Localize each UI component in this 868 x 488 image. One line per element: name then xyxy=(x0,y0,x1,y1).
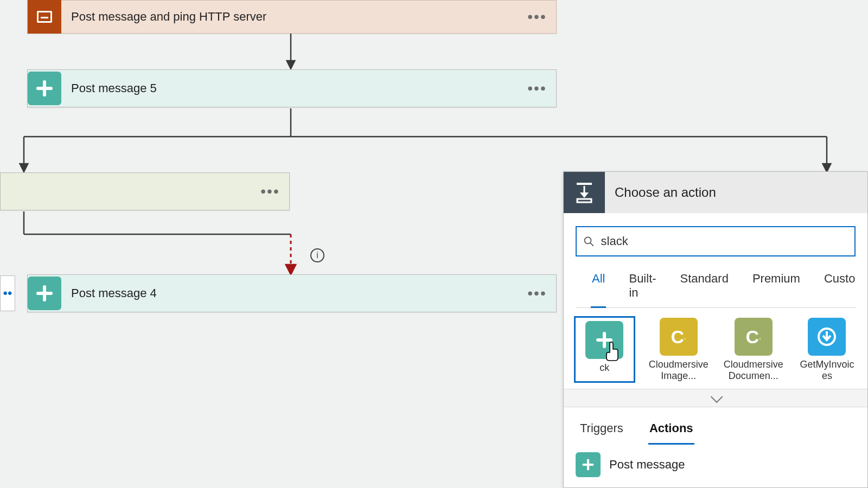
connector-getmyinvoices-label: GetMyInvoic es xyxy=(799,359,856,381)
run-after-info-icon[interactable]: i xyxy=(310,248,324,262)
connector-getmyinvoices[interactable]: GetMyInvoic es xyxy=(799,318,856,381)
connector-slack[interactable]: ck xyxy=(576,318,634,381)
slack-icon xyxy=(576,452,601,477)
action-search-input[interactable] xyxy=(601,234,848,248)
slack-step-4-card[interactable]: Post message 4 ••• xyxy=(27,274,557,312)
tab-all[interactable]: All xyxy=(591,266,606,308)
connector-grid-expand[interactable] xyxy=(564,389,867,407)
svg-line-12 xyxy=(590,243,593,246)
choose-action-panel: Choose an action All Built-in Standard P… xyxy=(563,171,868,488)
tab-premium[interactable]: Premium xyxy=(751,266,801,307)
tab-standard[interactable]: Standard xyxy=(679,266,730,307)
svg-rect-8 xyxy=(577,183,592,185)
chevron-down-icon xyxy=(711,391,723,403)
triggers-actions-tabs: Triggers Actions xyxy=(564,407,867,445)
search-icon xyxy=(583,235,595,247)
tab-built-in[interactable]: Built-in xyxy=(628,266,657,307)
connector-grid: ck C. Cloudmersive Image... C. Cloudmers… xyxy=(564,308,867,386)
slack-step-4-menu[interactable]: ••• xyxy=(518,277,556,310)
slack-step-4-title: Post message 4 xyxy=(61,286,518,300)
scope-icon xyxy=(28,0,61,34)
connector-slack-label: ck xyxy=(599,362,609,374)
slack-step-5-title: Post message 5 xyxy=(61,81,518,95)
svg-point-11 xyxy=(585,237,591,243)
slack-step-5-menu[interactable]: ••• xyxy=(518,72,556,105)
svg-rect-10 xyxy=(577,199,591,202)
branch-placeholder-menu[interactable]: ••• xyxy=(251,175,289,208)
connector-filter-tabs: All Built-in Standard Premium Custo xyxy=(576,262,856,308)
connector-cloudmersive-document[interactable]: C. Cloudmersive Documen... xyxy=(724,318,783,381)
cloudmersive-image-tile-icon: C. xyxy=(660,318,698,356)
tab-custom[interactable]: Custo xyxy=(823,266,856,307)
panel-title: Choose an action xyxy=(605,185,716,200)
collapsed-branch-ellipsis[interactable]: •• xyxy=(0,275,15,311)
getmyinvoices-tile-icon xyxy=(808,318,846,356)
choose-action-icon xyxy=(564,172,605,213)
panel-header: Choose an action xyxy=(564,172,867,213)
action-result-title: Post message xyxy=(609,458,685,472)
slack-icon xyxy=(28,277,61,310)
scope-step-title: Post message and ping HTTP server xyxy=(61,10,518,24)
subtab-triggers[interactable]: Triggers xyxy=(579,418,624,445)
slack-step-5-card[interactable]: Post message 5 ••• xyxy=(27,69,557,107)
branch-placeholder-card[interactable]: ••• xyxy=(0,172,290,210)
action-search-box[interactable] xyxy=(576,226,856,256)
slack-icon xyxy=(28,72,61,105)
action-result-post-message[interactable]: Post message xyxy=(564,445,867,477)
connector-cloudmersive-image[interactable]: C. Cloudmersive Image... xyxy=(649,318,709,381)
subtab-actions[interactable]: Actions xyxy=(648,418,694,445)
connector-cloudmersive-image-label: Cloudmersive Image... xyxy=(649,359,709,381)
cloudmersive-document-tile-icon: C. xyxy=(735,318,773,356)
scope-step-card[interactable]: Post message and ping HTTP server ••• xyxy=(27,0,557,34)
slack-tile-icon xyxy=(585,321,623,359)
connector-cloudmersive-document-label: Cloudmersive Documen... xyxy=(724,359,783,381)
scope-step-menu[interactable]: ••• xyxy=(518,0,556,34)
